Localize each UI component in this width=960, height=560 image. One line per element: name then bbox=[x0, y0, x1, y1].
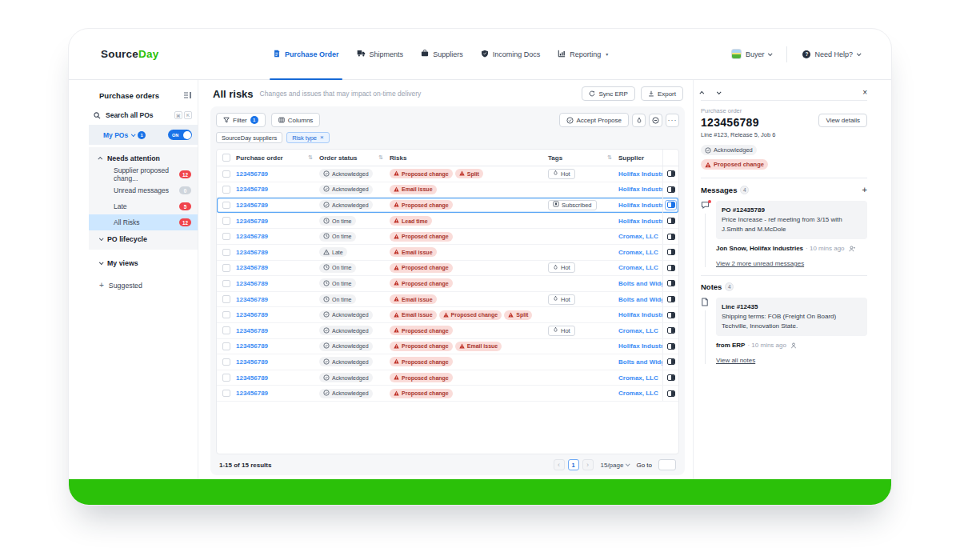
table-row[interactable]: 123456789AcknowledgedProposed changeSubs… bbox=[217, 198, 678, 214]
view-all-notes-link[interactable]: View all notes bbox=[716, 357, 755, 364]
table-row[interactable]: 123456789AcknowledgedProposed changeCrom… bbox=[217, 370, 678, 386]
tag-hot[interactable]: Hot bbox=[548, 262, 575, 273]
table-row[interactable]: 123456789AcknowledgedProposed changeCrom… bbox=[217, 386, 678, 402]
row-checkbox[interactable] bbox=[222, 326, 230, 334]
supplier-link[interactable]: Holifax Industries bbox=[618, 342, 662, 350]
po-link[interactable]: 123456789 bbox=[236, 311, 319, 318]
tab-suppliers[interactable]: Suppliers bbox=[412, 29, 472, 79]
sidebar-item-all-risks[interactable]: All Risks12 bbox=[89, 214, 198, 230]
row-checkbox[interactable] bbox=[222, 249, 230, 257]
add-message-icon[interactable]: + bbox=[862, 185, 867, 194]
open-detail-panel-button[interactable] bbox=[665, 247, 677, 258]
tag-hot[interactable]: Hot bbox=[548, 294, 575, 305]
tab-purchase-order[interactable]: Purchase Order bbox=[264, 29, 348, 79]
open-detail-panel-button[interactable] bbox=[665, 373, 677, 383]
col-header-supplier[interactable]: Supplier bbox=[618, 154, 662, 162]
sidebar-item-late[interactable]: Late5 bbox=[89, 198, 198, 214]
col-header-order-status[interactable]: Order status⇅ bbox=[319, 154, 390, 162]
row-checkbox[interactable] bbox=[222, 295, 230, 303]
table-row[interactable]: 123456789On timeProposed changeCromax, L… bbox=[217, 229, 678, 245]
table-row[interactable]: 123456789AcknowledgedProposed changeBolt… bbox=[217, 354, 678, 370]
filter-button[interactable]: Filter 1 bbox=[216, 113, 266, 127]
open-detail-panel-button[interactable] bbox=[665, 326, 677, 336]
supplier-link[interactable]: Cromax, LLC bbox=[618, 374, 662, 382]
goto-page-input[interactable] bbox=[658, 459, 676, 470]
open-detail-panel-button[interactable] bbox=[665, 294, 677, 305]
current-page-button[interactable]: 1 bbox=[568, 459, 579, 470]
open-detail-panel-button[interactable] bbox=[665, 184, 677, 194]
table-row[interactable]: 123456789AcknowledgedEmail issueProposed… bbox=[217, 307, 678, 323]
row-checkbox[interactable] bbox=[222, 390, 230, 398]
open-detail-panel-button[interactable] bbox=[665, 278, 677, 289]
table-row[interactable]: 123456789LateEmail issueCromax, LLC bbox=[217, 245, 678, 261]
supplier-link[interactable]: Cromax, LLC bbox=[618, 390, 662, 397]
table-row[interactable]: 123456789On timeProposed changeBolts and… bbox=[217, 276, 678, 292]
po-link[interactable]: 123456789 bbox=[236, 264, 319, 271]
open-detail-panel-button[interactable] bbox=[665, 231, 677, 242]
table-row[interactable]: 123456789On timeEmail issueHotBolts and … bbox=[217, 292, 678, 308]
po-link[interactable]: 123456789 bbox=[236, 296, 319, 303]
po-link[interactable]: 123456789 bbox=[236, 358, 319, 366]
more-button[interactable]: ··· bbox=[666, 114, 679, 127]
table-row[interactable]: 123456789On timeLead timeHolifax Industr… bbox=[217, 214, 678, 230]
accept-propose-button[interactable]: Accept Propose bbox=[559, 113, 629, 127]
tab-incoming-docs[interactable]: Incoming Docs bbox=[472, 29, 550, 79]
table-row[interactable]: 123456789AcknowledgedProposed changeHotC… bbox=[217, 323, 678, 339]
row-checkbox[interactable] bbox=[222, 342, 230, 350]
po-link[interactable]: 123456789 bbox=[236, 374, 319, 382]
row-checkbox[interactable] bbox=[222, 233, 230, 241]
supplier-link[interactable]: Holifax Industries bbox=[618, 186, 662, 193]
supplier-link[interactable]: Holifax Industries bbox=[618, 218, 662, 225]
row-checkbox[interactable] bbox=[222, 280, 230, 288]
collapse-sidebar-icon[interactable] bbox=[183, 91, 192, 99]
po-link[interactable]: 123456789 bbox=[236, 218, 319, 225]
needs-attention-header[interactable]: Needs attention bbox=[89, 150, 198, 166]
supplier-link[interactable]: Bolts and Widgets bbox=[618, 358, 662, 366]
open-detail-panel-button[interactable] bbox=[665, 357, 677, 367]
col-header-tags[interactable]: Tags⇅ bbox=[548, 154, 618, 162]
filter-chip-sourceday-suppliers[interactable]: SourceDay suppliers bbox=[216, 132, 282, 143]
row-checkbox[interactable] bbox=[222, 311, 230, 319]
table-row[interactable]: 123456789AcknowledgedProposed changeSpli… bbox=[217, 166, 678, 182]
po-link[interactable]: 123456789 bbox=[236, 170, 319, 178]
open-detail-panel-button[interactable] bbox=[665, 200, 677, 210]
row-checkbox[interactable] bbox=[222, 186, 230, 194]
po-link[interactable]: 123456789 bbox=[236, 249, 319, 256]
my-views-header[interactable]: My views bbox=[89, 254, 198, 272]
buyer-menu[interactable]: Buyer bbox=[722, 29, 781, 79]
table-row[interactable]: 123456789AcknowledgedProposed changeEmai… bbox=[217, 339, 678, 355]
row-checkbox[interactable] bbox=[222, 217, 230, 225]
need-help-menu[interactable]: ? Need Help? bbox=[794, 29, 869, 79]
row-checkbox[interactable] bbox=[222, 358, 230, 366]
row-checkbox[interactable] bbox=[222, 202, 230, 210]
supplier-link[interactable]: Cromax, LLC bbox=[618, 233, 662, 240]
my-pos-row[interactable]: My POs 1 ON bbox=[89, 125, 198, 145]
next-record-icon[interactable] bbox=[717, 90, 722, 94]
open-detail-panel-button[interactable] bbox=[665, 388, 677, 398]
po-link[interactable]: 123456789 bbox=[236, 280, 319, 287]
po-link[interactable]: 123456789 bbox=[236, 327, 319, 334]
columns-button[interactable]: Columns bbox=[271, 113, 321, 127]
tag-subscribed[interactable]: Subscribed bbox=[548, 200, 597, 210]
po-link[interactable]: 123456789 bbox=[236, 342, 319, 350]
supplier-link[interactable]: Holifax Industries bbox=[618, 202, 662, 209]
remove-chip-icon[interactable]: × bbox=[320, 134, 324, 141]
table-row[interactable]: 123456789On timeProposed changeHotCromax… bbox=[217, 261, 678, 277]
po-link[interactable]: 123456789 bbox=[236, 233, 319, 240]
tab-shipments[interactable]: Shipments bbox=[348, 29, 413, 79]
table-row[interactable]: 123456789AcknowledgedEmail issueHolifax … bbox=[217, 182, 678, 198]
open-detail-panel-button[interactable] bbox=[665, 310, 677, 320]
suggested-row[interactable]: + Suggested bbox=[89, 277, 198, 294]
previous-record-icon[interactable] bbox=[699, 90, 704, 95]
open-detail-panel-button[interactable] bbox=[665, 341, 677, 351]
row-checkbox[interactable] bbox=[222, 264, 230, 272]
row-checkbox[interactable] bbox=[222, 170, 230, 178]
export-button[interactable]: Export bbox=[641, 86, 683, 101]
open-detail-panel-button[interactable] bbox=[665, 169, 677, 179]
col-header-purchase-order[interactable]: Purchase order⇅ bbox=[236, 154, 319, 162]
po-link[interactable]: 123456789 bbox=[236, 202, 319, 209]
sidebar-item-unread-messages[interactable]: Unread messages0 bbox=[89, 182, 198, 198]
supplier-link[interactable]: Cromax, LLC bbox=[618, 249, 662, 256]
supplier-link[interactable]: Cromax, LLC bbox=[618, 327, 662, 334]
snooze-button[interactable] bbox=[649, 114, 662, 127]
